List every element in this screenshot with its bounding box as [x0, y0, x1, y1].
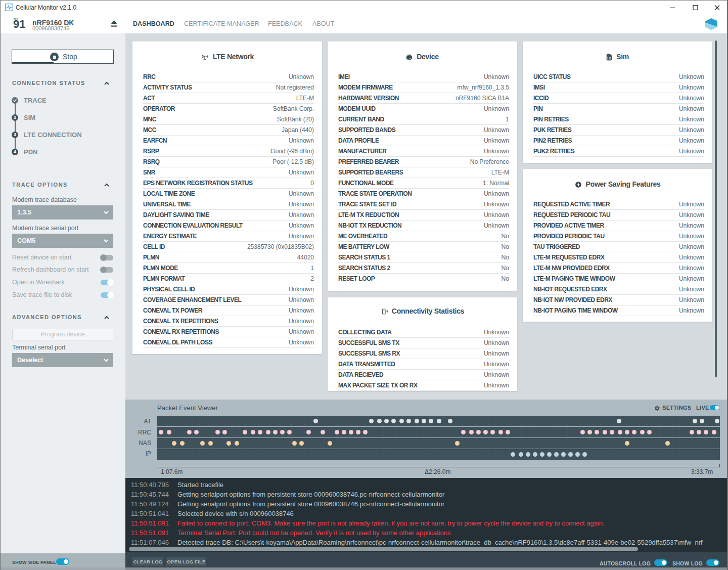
svg-text:nRF: nRF	[14, 17, 19, 20]
